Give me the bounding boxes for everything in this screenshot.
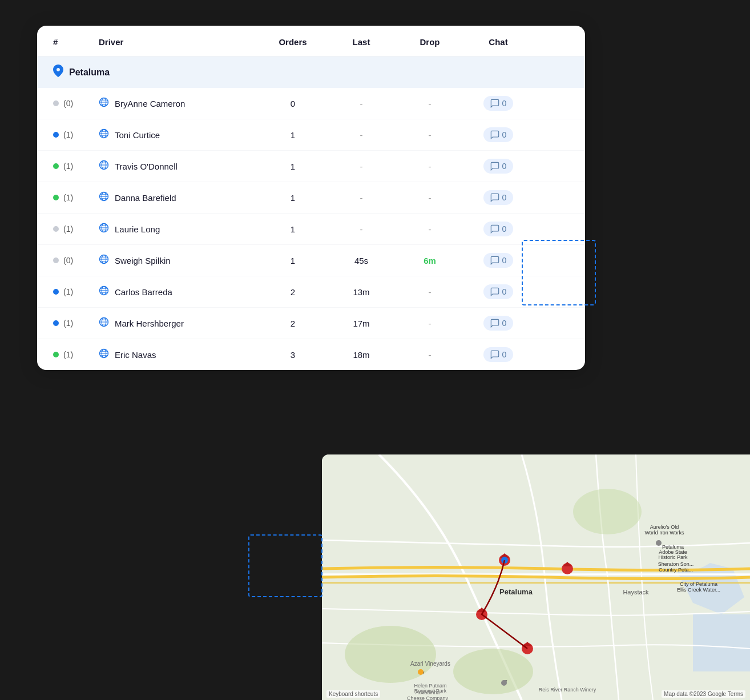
svg-text:Petaluma: Petaluma [499,588,533,596]
chat-button[interactable]: 0 [483,253,514,268]
selection-box-left [248,534,322,597]
status-cell: (1) [53,319,99,328]
status-cell: (1) [53,130,99,139]
driver-number: (1) [63,287,73,296]
chat-cell: 0 [464,190,533,205]
status-cell: (1) [53,162,99,171]
chat-icon [490,130,499,139]
status-dot [53,289,59,295]
orders-cell: 1 [259,193,327,203]
status-dot [53,132,59,138]
drop-cell: - [396,350,464,360]
last-cell: 45s [327,256,396,265]
last-cell: 18m [327,350,396,360]
chat-button[interactable]: 0 [483,316,514,331]
globe-icon [99,191,109,204]
driver-name: Mark Hershberger [115,319,184,328]
chat-button[interactable]: 0 [483,96,514,111]
table-row: (1) Travis O'Donnell1-- 0 [37,151,585,182]
svg-rect-46 [693,614,750,671]
driver-number: (1) [63,193,73,202]
svg-text:Cheese Company: Cheese Company [407,695,449,700]
svg-point-51 [573,489,642,534]
chat-icon [490,350,499,359]
status-cell: (1) [53,224,99,234]
svg-text:Ellis Creek Water...: Ellis Creek Water... [677,587,720,593]
chat-cell: 0 [464,127,533,142]
last-cell: - [327,193,396,203]
chat-cell: 0 [464,159,533,174]
status-cell: (0) [53,256,99,265]
status-dot [53,195,59,200]
drop-cell: - [396,99,464,108]
status-dot [53,258,59,263]
chat-icon [490,162,499,171]
driver-cell: Toni Curtice [99,128,259,142]
chat-count: 0 [502,224,507,234]
status-cell: (0) [53,99,99,108]
driver-cell: Laurie Long [99,223,259,236]
chat-count: 0 [502,287,507,296]
svg-point-50 [453,649,533,694]
chat-count: 0 [502,162,507,171]
driver-name: BryAnne Cameron [115,99,185,108]
orders-cell: 1 [259,256,327,265]
globe-icon [99,128,109,142]
chat-cell: 0 [464,222,533,236]
globe-icon [99,348,109,361]
driver-name: Eric Navas [115,350,156,360]
orders-cell: 1 [259,224,327,234]
driver-number: (0) [63,99,73,108]
chat-cell: 0 [464,316,533,331]
chat-count: 0 [502,193,507,202]
drop-cell: - [396,287,464,297]
status-dot [53,163,59,169]
table-row: (0) BryAnne Cameron0-- 0 [37,88,585,119]
driver-cell: BryAnne Cameron [99,97,259,110]
chat-button[interactable]: 0 [483,347,514,362]
driver-cell: Travis O'Donnell [99,160,259,173]
col-last: Last [327,37,396,47]
svg-point-79 [418,669,424,675]
svg-text:World Iron Works: World Iron Works [644,530,684,536]
driver-cell: Carlos Barreda [99,285,259,299]
table-row: (1) Eric Navas318m- 0 [37,339,585,370]
orders-cell: 1 [259,130,327,140]
table-row: (1) Toni Curtice1-- 0 [37,119,585,151]
chat-button[interactable]: 0 [483,190,514,205]
driver-cell: Danna Barefield [99,191,259,204]
chat-count: 0 [502,350,507,359]
chat-button[interactable]: 0 [483,159,514,174]
svg-point-81 [656,540,662,546]
driver-number: (1) [63,130,73,139]
driver-cell: Mark Hershberger [99,317,259,330]
drop-cell: 6m [396,256,464,265]
chat-button[interactable]: 0 [483,127,514,142]
last-cell: - [327,162,396,171]
chat-icon [490,224,499,234]
map-shortcuts[interactable]: Keyboard shortcuts [326,690,380,698]
chat-count: 0 [502,256,507,265]
status-dot [53,320,59,326]
svg-text:Azari Vineyards: Azari Vineyards [410,661,450,667]
driver-name: Laurie Long [115,224,160,234]
chat-button[interactable]: 0 [483,222,514,236]
table-row: (1) Carlos Barreda213m- 0 [37,276,585,308]
col-hash: # [53,37,99,47]
driver-number: (1) [63,162,73,171]
globe-icon [99,160,109,173]
last-cell: 17m [327,319,396,328]
orders-cell: 0 [259,99,327,108]
map-background: Petaluma Haystack Azari Vineyards Achadi… [322,454,750,700]
main-card: # Driver Orders Last Drop Chat Petaluma … [37,26,585,370]
orders-cell: 1 [259,162,327,171]
chat-button[interactable]: 0 [483,284,514,299]
drop-cell: - [396,193,464,203]
driver-cell: Eric Navas [99,348,259,361]
svg-point-80 [501,680,507,686]
last-cell: - [327,130,396,140]
table-row: (1) Mark Hershberger217m- 0 [37,308,585,339]
driver-name: Carlos Barreda [115,287,172,297]
col-drop: Drop [396,37,464,47]
drop-cell: - [396,162,464,171]
